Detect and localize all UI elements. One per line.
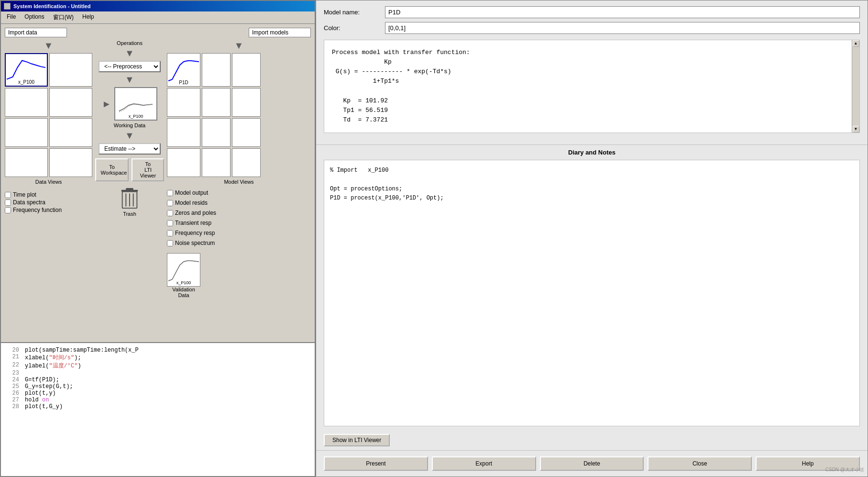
- data-cell-empty-2[interactable]: [5, 88, 48, 117]
- show-lti-area: Show in LTI Viewer: [316, 430, 868, 450]
- export-button[interactable]: Export: [432, 456, 536, 471]
- sysid-content: Import data Import models ▼: [1, 24, 315, 342]
- model-cell-p1d[interactable]: P1D: [167, 53, 200, 87]
- checkbox-frequency-resp: Frequency resp: [167, 230, 311, 236]
- diary-content: % Import x_P100 Opt = procestOptions; P1…: [330, 166, 854, 203]
- title-bar: System Identification - Untitled: [1, 1, 315, 11]
- code-line-27: 27 hold on: [5, 397, 311, 403]
- transient-resp-label: Transient resp: [175, 220, 211, 226]
- menu-help[interactable]: Help: [78, 12, 98, 22]
- data-spectra-checkbox[interactable]: [5, 200, 11, 206]
- model-cell-empty-9[interactable]: [167, 148, 200, 177]
- transient-resp-checkbox[interactable]: [167, 220, 173, 226]
- checkbox-transient-resp: Transient resp: [167, 220, 311, 226]
- delete-button[interactable]: Delete: [540, 456, 644, 471]
- working-data-cell[interactable]: x_P100: [114, 87, 157, 121]
- buttons-row: ToWorkspace ToLTI Viewer: [95, 158, 165, 181]
- bottom-buttons-panel: Present Export Delete Close Help: [316, 450, 868, 477]
- model-section: ▼ P1D: [167, 40, 311, 338]
- data-spectra-label: Data spectra: [13, 199, 45, 206]
- data-cell-label-xp100: x_P100: [6, 79, 47, 85]
- ops-arrow2: ▼: [125, 74, 134, 85]
- noise-spectrum-checkbox[interactable]: [167, 240, 173, 246]
- model-cell-empty-8[interactable]: [232, 118, 261, 147]
- model-resids-checkbox[interactable]: [167, 200, 173, 206]
- code-line-25: 25 G_y=step(G,t);: [5, 383, 311, 390]
- model-name-input[interactable]: [385, 6, 860, 18]
- model-import-arrow: ▼: [167, 40, 311, 51]
- code-line-26: 26 plot(t,y): [5, 390, 311, 397]
- code-line-24: 24 G=tf(P1D);: [5, 377, 311, 383]
- validation-label: x_P100: [167, 280, 200, 285]
- model-cell-empty-3[interactable]: [167, 88, 200, 117]
- model-cell-empty-4[interactable]: [202, 88, 231, 117]
- scrollbar[interactable]: ▲ ▼: [852, 40, 859, 133]
- working-data-section-label: Working Data: [114, 122, 145, 128]
- color-row: Color:: [324, 22, 860, 34]
- model-cell-p1d-label: P1D: [167, 80, 200, 85]
- preprocess-dropdown[interactable]: <-- Preprocess: [99, 61, 161, 72]
- time-plot-checkbox[interactable]: [5, 192, 11, 198]
- diary-section: Diary and Notes % Import x_P100 Opt = pr…: [316, 145, 868, 430]
- scroll-up[interactable]: ▲: [853, 40, 859, 47]
- watermark: CSDN @大才小彼: [825, 466, 864, 473]
- data-cell-empty-5[interactable]: [49, 118, 92, 147]
- data-cell-empty-1[interactable]: [49, 53, 92, 87]
- menu-window[interactable]: 窗口(W): [49, 12, 77, 22]
- zeros-poles-label: Zeros and poles: [175, 210, 216, 216]
- time-plot-label: Time plot: [13, 191, 36, 198]
- noise-spectrum-label: Noise spectrum: [175, 240, 215, 246]
- model-cell-empty-11[interactable]: [232, 148, 261, 177]
- menu-options[interactable]: Options: [21, 12, 48, 22]
- data-cell-empty-6[interactable]: [5, 148, 48, 177]
- model-output-checkbox[interactable]: [167, 190, 173, 196]
- validation-section: x_P100 Validation Data: [167, 253, 311, 298]
- import-data-dropdown[interactable]: Import data: [5, 28, 67, 37]
- close-button[interactable]: Close: [648, 456, 752, 471]
- model-cell-empty-5[interactable]: [232, 88, 261, 117]
- checkbox-data-spectra: Data spectra: [5, 199, 92, 206]
- code-line-23: 23: [5, 370, 311, 377]
- color-input[interactable]: [385, 22, 860, 34]
- to-workspace-button[interactable]: ToWorkspace: [95, 158, 129, 181]
- validation-data-cell[interactable]: x_P100: [167, 253, 200, 287]
- frequency-function-checkbox[interactable]: [5, 207, 11, 213]
- import-data-wrapper: Import data: [5, 28, 67, 37]
- present-button[interactable]: Present: [324, 456, 428, 471]
- ops-arrow1: ▼: [125, 48, 134, 59]
- import-models-dropdown[interactable]: Import models: [249, 28, 311, 37]
- trash-label: Trash: [123, 211, 136, 217]
- menu-file[interactable]: File: [3, 12, 20, 22]
- working-data-label: x_P100: [115, 114, 156, 119]
- frequency-function-label: Frequency function: [13, 207, 62, 213]
- import-models-wrapper: Import models: [249, 28, 311, 37]
- scroll-down[interactable]: ▼: [853, 126, 859, 133]
- frequency-resp-checkbox[interactable]: [167, 230, 173, 236]
- code-line-21: 21 xlabel("时间/s");: [5, 354, 311, 362]
- operations-label: Operations: [117, 40, 143, 46]
- code-line-22: 22 ylabel("温度/°C"): [5, 362, 311, 370]
- show-lti-button[interactable]: Show in LTI Viewer: [324, 434, 390, 446]
- data-views-section: Time plot Data spectra Frequency functio…: [5, 190, 92, 214]
- transfer-function-box: Process model with transfer function: Kp…: [324, 40, 860, 133]
- data-cell-empty-7[interactable]: [49, 148, 92, 177]
- trash-area: Trash: [120, 187, 139, 217]
- model-cell-empty-10[interactable]: [202, 148, 231, 177]
- estimate-dropdown[interactable]: Estimate -->: [99, 143, 161, 155]
- model-output-label: Model output: [175, 189, 208, 196]
- model-cell-empty-1[interactable]: [202, 53, 231, 87]
- model-cell-empty-2[interactable]: [232, 53, 261, 87]
- model-views-label: Model Views: [167, 179, 311, 185]
- data-cell-xp100[interactable]: x_P100: [5, 53, 48, 87]
- model-cell-empty-6[interactable]: [167, 118, 200, 147]
- window-title: System Identification - Untitled: [13, 3, 90, 9]
- data-cell-empty-3[interactable]: [49, 88, 92, 117]
- data-cell-empty-4[interactable]: [5, 118, 48, 147]
- checkbox-noise-spectrum: Noise spectrum: [167, 240, 311, 246]
- zeros-poles-checkbox[interactable]: [167, 210, 173, 216]
- to-lti-viewer-button[interactable]: ToLTI Viewer: [132, 158, 164, 181]
- model-cell-empty-7[interactable]: [202, 118, 231, 147]
- trash-icon[interactable]: [120, 187, 139, 210]
- checkbox-model-resids: Model resids: [167, 200, 311, 206]
- main-area: ▼ x_P100: [5, 40, 311, 338]
